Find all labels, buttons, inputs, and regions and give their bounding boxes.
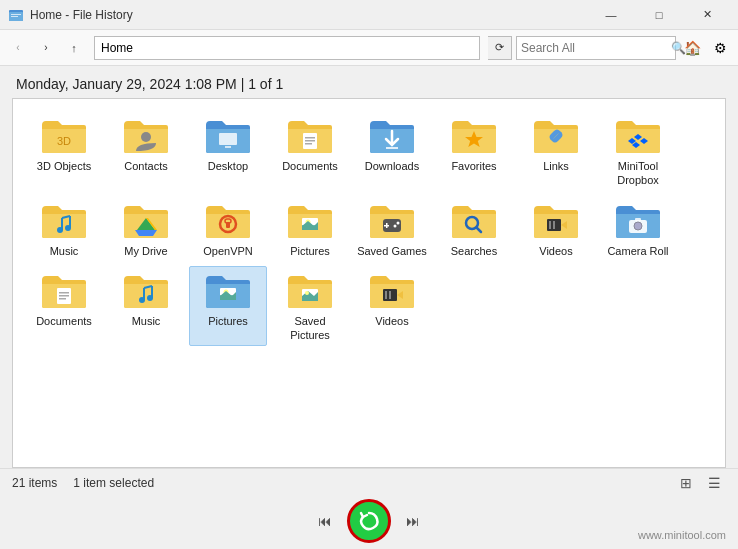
up-button[interactable]: ↑ [62,36,86,60]
svg-rect-49 [385,291,387,299]
svg-rect-38 [59,295,69,297]
folder-cameraroll[interactable]: Camera Roll [599,196,677,262]
app-icon [8,7,24,23]
folder-icon-3d-objects: 3D [40,115,88,157]
status-bar: 21 items 1 item selected ⊞ ☰ [0,468,738,496]
title-bar-text: Home - File History [30,8,588,22]
folder-savedpictures[interactable]: Saved Pictures [271,266,349,347]
folder-icon-minitool [614,115,662,157]
folder-downloads[interactable]: Downloads [353,111,431,192]
title-bar-controls: — □ ✕ [588,0,730,30]
search-bar: 🔍 [516,36,676,60]
home-icon-button[interactable]: 🏠 [680,36,704,60]
date-text: Monday, January 29, 2024 1:08 PM | 1 of … [16,76,283,92]
svg-point-5 [141,132,151,142]
folder-music2[interactable]: Music [107,266,185,347]
content-area: 3D 3D Objects Contacts [12,98,726,468]
folder-savedgames[interactable]: Saved Games [353,196,431,262]
nav-bar: ‹ › ↑ Home ⟳ 🔍 🏠 ⚙ [0,30,738,66]
folder-minitool[interactable]: MiniTool Dropbox [599,111,677,192]
back-button[interactable]: ‹ [6,36,30,60]
svg-point-25 [397,221,400,224]
folder-pictures-selected[interactable]: Pictures [189,266,267,347]
svg-point-46 [305,291,309,295]
folder-label-desktop: Desktop [208,159,248,173]
close-button[interactable]: ✕ [684,0,730,30]
folder-grid: 3D 3D Objects Contacts [25,111,713,346]
folder-documents2[interactable]: Documents [25,266,103,347]
folder-label-3d-objects: 3D Objects [37,159,91,173]
folder-label-links: Links [543,159,569,173]
folder-favorites[interactable]: Favorites [435,111,513,192]
date-bar: Monday, January 29, 2024 1:08 PM | 1 of … [0,66,738,98]
last-button[interactable]: ⏭ [399,507,427,535]
svg-point-40 [139,297,145,303]
address-bar: Home [94,36,480,60]
search-input[interactable] [521,41,671,55]
folder-label-documents: Documents [282,159,338,173]
folder-icon-desktop [204,115,252,157]
bottom-nav: ⏮ ⏭ [0,496,738,546]
folder-label-favorites: Favorites [451,159,496,173]
folder-label-videos: Videos [539,244,572,258]
first-button[interactable]: ⏮ [311,507,339,535]
folder-icon-videos2 [368,270,416,312]
minimize-button[interactable]: — [588,0,634,30]
folder-label-savedpictures: Saved Pictures [275,314,345,343]
svg-rect-12 [386,147,398,149]
folder-links[interactable]: Links [517,111,595,192]
svg-rect-6 [219,133,237,145]
folder-desktop[interactable]: Desktop [189,111,267,192]
nav-controls: ⏮ ⏭ [253,499,486,543]
folder-pictures[interactable]: Pictures [271,196,349,262]
folder-icon-videos [532,200,580,242]
folder-videos2[interactable]: Videos [353,266,431,347]
folder-icon-savedpictures [286,270,334,312]
svg-point-26 [394,224,397,227]
folder-mydrive[interactable]: My Drive [107,196,185,262]
svg-rect-24 [384,225,389,227]
folder-icon-cameraroll [614,200,662,242]
list-view-button[interactable]: ☰ [702,473,726,493]
svg-point-34 [634,222,642,230]
folder-label-savedgames: Saved Games [357,244,427,258]
folder-icon-favorites [450,115,498,157]
folder-openvpn[interactable]: OpenVPN [189,196,267,262]
folder-icon-downloads [368,115,416,157]
folder-contacts[interactable]: Contacts [107,111,185,192]
folder-label-openvpn: OpenVPN [203,244,253,258]
svg-rect-7 [225,146,231,148]
restore-button[interactable] [347,499,391,543]
folder-label-music2: Music [132,314,161,328]
folder-3d-objects[interactable]: 3D 3D Objects [25,111,103,192]
folder-videos[interactable]: Videos [517,196,595,262]
refresh-button[interactable]: ⟳ [488,36,512,60]
svg-point-41 [147,295,153,301]
folder-label-contacts: Contacts [124,159,167,173]
selected-count: 1 item selected [73,476,154,490]
svg-rect-31 [549,221,551,229]
status-right: ⊞ ☰ [674,473,726,493]
folder-documents[interactable]: Documents [271,111,349,192]
svg-rect-37 [59,292,69,294]
folder-icon-music1 [40,200,88,242]
svg-rect-3 [11,16,18,17]
svg-point-15 [65,225,71,231]
svg-rect-11 [305,143,312,145]
svg-rect-10 [305,140,315,142]
folder-label-mydrive: My Drive [124,244,167,258]
folder-icon-contacts [122,115,170,157]
folder-label-videos2: Videos [375,314,408,328]
folder-icon-openvpn [204,200,252,242]
forward-button[interactable]: › [34,36,58,60]
folder-searches[interactable]: Searches [435,196,513,262]
folder-icon-links [532,115,580,157]
settings-icon-button[interactable]: ⚙ [708,36,732,60]
svg-rect-35 [635,218,641,221]
maximize-button[interactable]: □ [636,0,682,30]
grid-view-button[interactable]: ⊞ [674,473,698,493]
svg-rect-39 [59,298,66,300]
folder-label-pictures-selected: Pictures [208,314,248,328]
folder-music1[interactable]: Music [25,196,103,262]
address-input[interactable]: Home [101,41,473,55]
